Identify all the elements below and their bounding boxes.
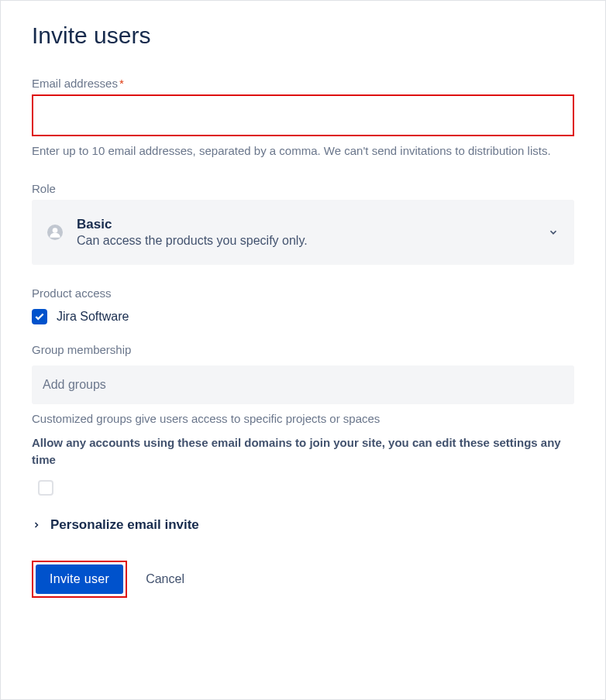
groups-helper: Customized groups give users access to s… [32,412,574,425]
email-label: Email addresses* [32,77,574,90]
product-access-item: Jira Software [32,309,574,324]
role-desc: Can access the products you specify only… [77,234,548,248]
groups-input[interactable] [32,365,574,404]
cancel-button[interactable]: Cancel [146,572,184,586]
chevron-down-icon [548,227,559,238]
email-helper: Enter up to 10 email addresses, separate… [32,142,574,160]
product-access-label: Product access [32,287,574,300]
groups-label: Group membership [32,343,574,356]
page-title: Invite users [32,22,574,49]
personalize-toggle[interactable]: Personalize email invite [32,517,574,533]
check-icon [34,311,45,322]
role-label: Role [32,182,574,195]
invite-button-highlight: Invite user [32,561,127,598]
personalize-label: Personalize email invite [50,517,199,533]
email-label-text: Email addresses [32,77,118,90]
email-input[interactable] [32,94,574,136]
jira-label: Jira Software [57,310,129,324]
svg-point-1 [53,228,58,233]
domain-join-checkbox[interactable] [38,480,53,496]
domain-join-text: Allow any accounts using these email dom… [32,434,574,469]
button-row: Invite user Cancel [32,561,574,598]
chevron-right-icon [32,520,41,530]
person-icon [47,225,63,240]
invite-button[interactable]: Invite user [36,564,123,594]
required-indicator: * [119,77,124,90]
role-name: Basic [77,217,548,232]
jira-checkbox[interactable] [32,309,47,324]
role-select[interactable]: Basic Can access the products you specif… [32,200,574,265]
role-text-wrap: Basic Can access the products you specif… [77,217,548,248]
